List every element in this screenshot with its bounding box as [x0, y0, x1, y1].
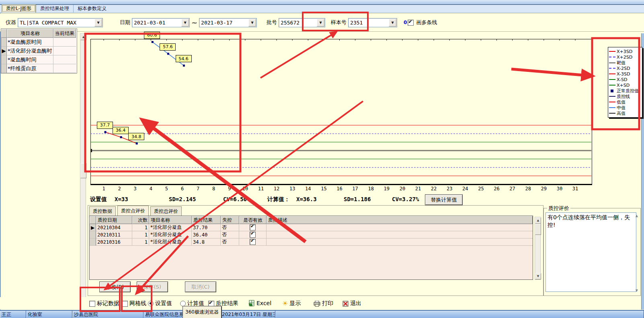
multiline-checkbox[interactable]: [408, 20, 414, 26]
sample-combobox[interactable]: 2351 ▼: [348, 18, 397, 27]
legend-line: [609, 107, 615, 108]
cancel-button[interactable]: 取消(C): [185, 281, 216, 292]
qc-header-cell: 是否有效: [239, 216, 267, 224]
qc-table-row[interactable]: ▶202103041*活化部分凝血37.70否: [90, 224, 533, 231]
tab-3[interactable]: 标本参数定义: [73, 5, 111, 12]
chevron-down-icon[interactable]: ▼: [389, 19, 396, 26]
legend-item: X+3SD: [609, 49, 641, 54]
calc-value-radio[interactable]: [180, 301, 186, 306]
chevron-down-icon[interactable]: ▼: [317, 19, 324, 26]
sample-label: 样本号: [331, 19, 347, 26]
print-button[interactable]: 打印: [314, 300, 333, 307]
item-result-cell: [53, 64, 76, 73]
scrollbar-thumb[interactable]: [535, 224, 541, 235]
instrument-combobox[interactable]: TL|STA COMPACT MAX ▼: [18, 18, 103, 27]
scroll-up-icon[interactable]: ▲: [535, 217, 541, 224]
data-point: [183, 65, 185, 67]
scroll-down-icon[interactable]: ▼: [535, 273, 541, 279]
gridline-label: 网格线: [129, 300, 146, 307]
row-selector-cell: [1, 38, 7, 47]
qc-table-row[interactable]: 202103111*活化部分凝血36.40否: [90, 231, 533, 238]
gridline-checkbox[interactable]: [122, 301, 128, 307]
valid-checkbox[interactable]: [250, 232, 256, 238]
qc-name-cell: *活化部分凝血: [149, 224, 192, 231]
scrollbar-thumb[interactable]: [80, 163, 86, 178]
modify-button[interactable]: 修改(B): [99, 281, 131, 292]
chevron-down-icon[interactable]: ▼: [181, 19, 189, 26]
taskbar-cell-hospital[interactable]: 沙县总医院: [72, 311, 144, 318]
x-axis-tick-label: 29: [538, 186, 550, 192]
item-table-row[interactable]: ▶*活化部分凝血酶时: [1, 47, 77, 55]
x-axis-tick-label: 17: [349, 186, 361, 192]
gridline-control[interactable]: 网格线: [122, 300, 146, 307]
taskbar-cell-user[interactable]: 王正: [0, 311, 26, 318]
valid-checkbox[interactable]: [250, 224, 256, 230]
taskbar-cell-dept[interactable]: 化验室: [26, 311, 72, 318]
x-axis-tick-label: 10: [239, 186, 251, 192]
item-table-row[interactable]: *凝血酶原时间: [1, 38, 77, 47]
taskbar-browser-button[interactable]: 360极速浏览器: [183, 306, 222, 318]
qc-table-row[interactable]: 202103161*活化部分凝血34.8否: [90, 238, 533, 246]
save-button[interactable]: 保存(S): [137, 281, 168, 292]
date-from-combobox[interactable]: 2021-03-01 ▼: [132, 18, 190, 27]
qc-result-cell: 37.70: [192, 224, 221, 231]
exit-button[interactable]: 退出: [343, 300, 361, 307]
legend-line: [609, 79, 615, 80]
mark-data-control[interactable]: 标记数据: [89, 300, 119, 307]
bottom-tab-3[interactable]: 质控总评价: [150, 206, 182, 216]
x-axis-tick-label: 22: [428, 186, 440, 192]
qc-count-cell: 1: [132, 238, 149, 246]
row-selector-cell: [1, 64, 7, 73]
excel-button[interactable]: Excel: [248, 300, 271, 306]
scroll-down-icon[interactable]: ▼: [636, 289, 638, 292]
lot-value: 255672: [281, 20, 299, 26]
qc-table-scrollbar[interactable]: ▲ ▼: [535, 217, 541, 280]
scroll-up-icon[interactable]: ▲: [636, 214, 638, 218]
tab-1[interactable]: 质控L-J图形: [2, 4, 36, 12]
point-value-label: 54.6: [176, 55, 192, 62]
x-axis-tick-label: 8: [208, 186, 220, 192]
chevron-down-icon[interactable]: ▼: [248, 19, 256, 26]
mark-data-checkbox[interactable]: [89, 301, 95, 307]
exit-label: 退出: [350, 300, 361, 307]
bottom-tab-2[interactable]: 质控点评价: [117, 206, 149, 216]
set-value-radio[interactable]: [148, 301, 154, 306]
display-icon: ☀: [282, 301, 288, 306]
multiline-label: 画多条线: [416, 19, 437, 26]
set-value-radio-control[interactable]: 设置值: [148, 300, 172, 307]
qc-name-cell: *活化部分凝血: [149, 238, 192, 246]
qc-header-cell: 项目名称: [149, 216, 192, 224]
qc-outofcontrol-cell: 否: [221, 224, 239, 231]
display-button[interactable]: ☀ 显示: [282, 300, 301, 307]
bottom-tab-1[interactable]: 质控数据: [89, 206, 116, 216]
date-to-combobox[interactable]: 2021-03-17 ▼: [199, 18, 257, 27]
data-point: [152, 41, 154, 43]
qc-date-cell: 20210316: [96, 238, 132, 246]
instrument-label: 仪器: [6, 19, 16, 26]
legend-item: 靶值: [609, 60, 641, 65]
qc-date-cell: 20210304: [96, 224, 132, 231]
left-scrollbar[interactable]: ▲ ▼: [80, 33, 86, 307]
taskbar-cell-date[interactable]: 2021年03月17日 星期三: [220, 311, 275, 318]
legend-item: 正常质控值: [609, 88, 641, 94]
chevron-down-icon[interactable]: ▼: [94, 19, 102, 26]
item-name-cell: *活化部分凝血酶时: [7, 47, 53, 55]
item-table-row[interactable]: *纤维蛋白原: [1, 64, 77, 73]
legend-line: [609, 62, 615, 63]
item-table-row[interactable]: *凝血酶时间: [1, 55, 77, 64]
legend-label: X+2SD: [617, 55, 632, 60]
legend-line: [609, 102, 615, 102]
lot-combobox[interactable]: 255672 ▼: [279, 18, 325, 27]
status-bar: 王正化验室沙县总医院易联众医院信息系2021年03月17日 星期三: [0, 310, 644, 318]
lot-label: 批号: [267, 19, 277, 26]
x-axis-tick-label: 13: [286, 186, 298, 192]
replace-calc-button[interactable]: 替换计算值: [425, 194, 463, 205]
set-cv: CV=6.50%: [223, 196, 250, 205]
x-axis-tick-label: 7: [192, 186, 204, 192]
qc-data-table: 质控日期次数项目名称质控结果失控是否有效质控描述 ▶202103041*活化部分…: [89, 216, 533, 280]
scroll-up-icon[interactable]: ▲: [80, 34, 86, 40]
legend-label: 低值: [617, 99, 626, 105]
tab-2[interactable]: 质控结果处理: [36, 5, 73, 12]
legend-line: [609, 96, 615, 97]
valid-checkbox[interactable]: [250, 239, 256, 245]
